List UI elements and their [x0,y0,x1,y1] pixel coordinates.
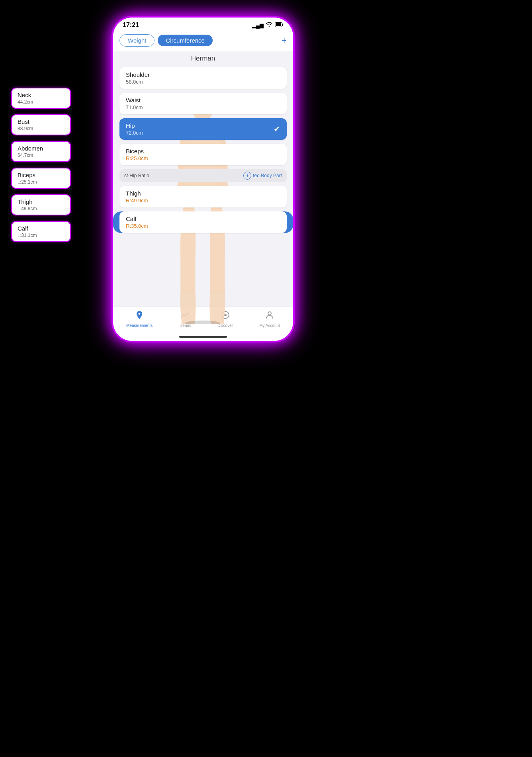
svg-point-9 [268,312,271,315]
float-label-calf-l: Calf [18,225,65,232]
battery-icon [275,22,284,28]
thigh-l-tag: L: [18,206,21,211]
float-card-biceps-l: Biceps L:25.1cm [11,168,71,189]
home-indicator [113,334,293,341]
biceps-label: Biceps [126,148,280,155]
calf-value: R:35.0cm [126,223,280,229]
tab-circumference[interactable]: Circumference [158,35,213,46]
svg-rect-1 [276,23,281,26]
measurement-card-waist[interactable]: Waist 71.0cm [119,93,287,114]
discover-icon [221,310,230,322]
discover-tab-label: Discover [217,323,233,328]
biceps-prefix: R: [126,155,131,161]
measurements-tab-label: Measurements [126,323,153,328]
content-spacer [119,237,287,253]
float-value-bust: 88.9cm [18,126,65,131]
add-measurement-button[interactable]: + [282,35,287,46]
phone-screen: 17:21 ▂▄▆ [113,18,293,341]
hip-value: 72.0cm [126,130,143,136]
thigh-val: 49.9cm [131,198,148,203]
hip-card-inner: Hip 72.0cm ✔ [126,122,280,136]
measurement-card-hip[interactable]: Hip 72.0cm ✔ [119,118,287,140]
biceps-value: R:25.0cm [126,155,280,161]
add-body-part-button[interactable]: + ted Body Part [243,172,282,180]
floating-measurement-cards: Neck 44.2cm Bust 88.9cm Abdomen 64.7cm B… [11,88,71,242]
trends-tab-label: Trends [179,323,191,328]
thigh-label: Thigh [126,190,280,197]
calf-l-tag: L: [18,233,21,238]
bottom-tab-bar: Measurements Trends Discover [113,307,293,334]
tab-my-account[interactable]: My Account [259,310,280,328]
status-bar: 17:21 ▂▄▆ [113,18,293,31]
float-card-thigh-l: Thigh L:49.9cm [11,194,71,215]
calf-val: 35.0cm [131,223,148,229]
measurement-card-shoulder[interactable]: Shoulder 58.0cm [119,67,287,89]
add-body-part-label: ted Body Part [253,173,282,178]
trends-icon [180,310,190,322]
tab-trends[interactable]: Trends [179,310,191,328]
float-label-thigh-l: Thigh [18,198,65,205]
float-value-neck: 44.2cm [18,99,65,105]
float-value-biceps-l: L:25.1cm [18,179,65,185]
float-value-calf-l: L:31.1cm [18,233,65,238]
shoulder-value: 58.0cm [126,79,280,85]
float-card-calf-l: Calf L:31.1cm [11,221,71,242]
measurements-icon [135,310,144,322]
float-value-abdomen: 64.7cm [18,153,65,158]
measurement-card-thigh[interactable]: Thigh R:49.9cm [119,186,287,207]
thigh-prefix: R: [126,198,131,203]
signal-icon: ▂▄▆ [252,22,264,28]
check-icon: ✔ [274,124,280,134]
biceps-l-tag: L: [18,180,21,184]
float-label-neck: Neck [18,92,65,98]
my-account-icon [265,310,274,322]
float-value-thigh-l: L:49.9cm [18,206,65,211]
measurement-card-calf[interactable]: Calf R:35.0cm [119,211,287,233]
my-account-tab-label: My Account [259,323,280,328]
waist-value: 71.0cm [126,104,280,110]
calf-swipe-container[interactable]: Calf R:35.0cm [119,211,287,233]
user-name: Herman [113,51,293,64]
hip-label: Hip [126,122,143,129]
thigh-value: R:49.9cm [126,198,280,203]
add-body-part-icon: + [243,172,251,180]
wifi-icon [266,22,272,28]
tab-weight[interactable]: Weight [119,34,155,47]
top-tab-bar: Weight Circumference + [113,31,293,51]
status-icons: ▂▄▆ [252,22,284,28]
float-card-bust: Bust 88.9cm [11,114,71,135]
waist-label: Waist [126,97,280,104]
tab-discover[interactable]: Discover [217,310,233,328]
biceps-val: 25.0cm [131,155,148,161]
svg-point-8 [224,314,227,316]
float-label-biceps-l: Biceps [18,172,65,178]
content-area[interactable]: Shoulder 58.0cm Waist 71.0cm Hip 72.0cm … [113,64,293,307]
ratio-label: st-Hip Ratio [124,173,149,178]
home-bar [179,336,227,338]
calf-label: Calf [126,215,280,222]
phone-frame: 17:21 ▂▄▆ [111,16,295,342]
status-time: 17:21 [123,22,139,29]
float-label-abdomen: Abdomen [18,145,65,152]
float-card-neck: Neck 44.2cm [11,88,71,109]
ratio-row: st-Hip Ratio + ted Body Part [119,169,287,182]
measurement-card-biceps[interactable]: Biceps R:25.0cm [119,144,287,165]
shoulder-label: Shoulder [126,71,280,78]
float-card-abdomen: Abdomen 64.7cm [11,141,71,162]
float-label-bust: Bust [18,118,65,125]
calf-prefix: R: [126,223,131,229]
tab-measurements[interactable]: Measurements [126,310,153,328]
